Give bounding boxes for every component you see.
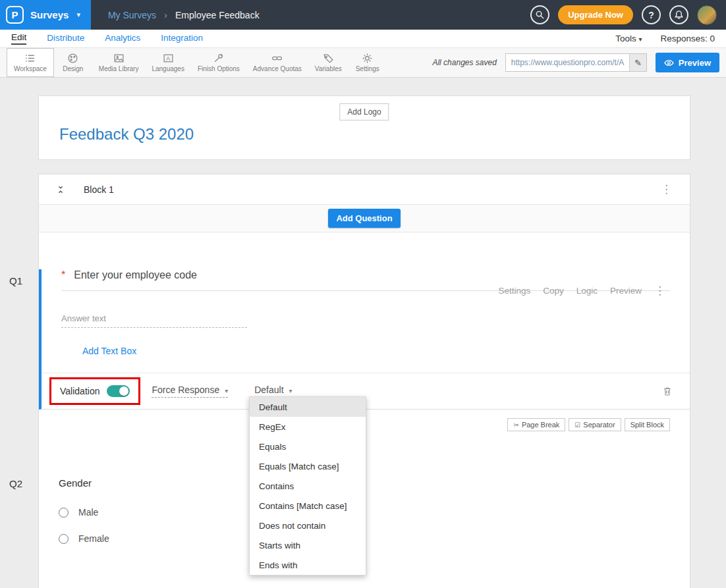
page-break-icon: ✂ (513, 421, 518, 429)
menu-item-does-not-contain[interactable]: Does not contain (250, 516, 366, 535)
radio-button-male[interactable] (59, 508, 69, 518)
question-actions: Settings Copy Logic Preview ⋮ (498, 284, 666, 298)
force-response-dropdown[interactable]: Force Response ▾ (152, 385, 228, 398)
section-tabs: Edit Distribute Analytics Integration To… (0, 30, 726, 48)
annotation-highlight-box: Validation (49, 377, 140, 405)
pencil-icon: ✎ (634, 58, 642, 68)
upgrade-now-button[interactable]: Upgrade Now (558, 5, 633, 24)
question-number-q1: Q1 (9, 275, 22, 286)
add-text-box-link[interactable]: Add Text Box (82, 346, 136, 356)
menu-item-equals-match-case[interactable]: Equals [Match case] (250, 456, 366, 476)
tools-menu[interactable]: Tools ▾ (615, 34, 642, 43)
validation-type-dropdown[interactable]: Default ▾ (254, 385, 292, 398)
block-header: Block 1 ⋮ (39, 174, 690, 205)
block-title[interactable]: Block 1 (84, 184, 114, 195)
validation-type-menu: Default RegEx Equals Equals [Match case]… (249, 396, 366, 575)
toolbar-item-workspace[interactable]: Workspace (7, 48, 54, 77)
toolbar-right: All changes saved ✎ Preview (432, 53, 719, 72)
responses-count[interactable]: Responses: 0 (660, 34, 715, 43)
menu-item-starts-with[interactable]: Starts with (250, 535, 366, 555)
validation-toggle[interactable] (107, 385, 130, 397)
survey-url-input[interactable] (505, 53, 647, 72)
product-switcher[interactable]: P Surveys ▾ (0, 0, 91, 30)
radio-button-female[interactable] (59, 534, 69, 544)
menu-item-contains-match-case[interactable]: Contains [Match case] (250, 496, 366, 516)
question-number-q2: Q2 (9, 478, 22, 489)
add-logo-button[interactable]: Add Logo (339, 103, 389, 120)
option-label-female[interactable]: Female (78, 533, 109, 544)
link-icon (271, 53, 283, 64)
split-block-button[interactable]: Split Block (625, 418, 670, 431)
answer-text-field[interactable]: Answer text (61, 313, 247, 328)
menu-item-regex[interactable]: RegEx (250, 417, 366, 437)
tab-analytics[interactable]: Analytics (105, 33, 140, 44)
wrench-icon (213, 53, 224, 64)
questionpro-survey-editor: P Surveys ▾ My Surveys › Employee Feedba… (0, 0, 726, 588)
breadcrumb: My Surveys › Employee Feedback (108, 9, 260, 20)
delete-question-icon[interactable] (662, 386, 673, 397)
survey-header-card: Add Logo Feedback Q3 2020 (38, 95, 690, 160)
required-asterisk-icon: * (61, 269, 65, 281)
toolbar-item-finish-options[interactable]: Finish Options (191, 48, 246, 77)
chevron-down-icon: ▾ (638, 36, 642, 43)
breadcrumb-my-surveys[interactable]: My Surveys (108, 10, 156, 20)
search-button[interactable] (530, 5, 549, 24)
top-bar: P Surveys ▾ My Surveys › Employee Feedba… (0, 0, 726, 30)
menu-item-contains[interactable]: Contains (250, 476, 366, 496)
separator-button[interactable]: ☑Separator (569, 418, 621, 431)
add-question-button[interactable]: Add Question (328, 209, 400, 228)
svg-text:A: A (166, 55, 170, 62)
questionpro-logo: P (6, 6, 24, 24)
tab-distribute[interactable]: Distribute (47, 33, 84, 44)
toolbar-item-advance-quotas[interactable]: Advance Quotas (246, 48, 308, 77)
bell-icon (674, 10, 684, 20)
question-copy-link[interactable]: Copy (543, 286, 564, 296)
question-logic-link[interactable]: Logic (576, 286, 598, 296)
option-label-male[interactable]: Male (78, 507, 98, 518)
help-button[interactable]: ? (642, 5, 661, 24)
tab-edit[interactable]: Edit (11, 32, 26, 45)
question-mark-icon: ? (648, 10, 654, 20)
block-menu-dots-icon[interactable]: ⋮ (661, 182, 673, 196)
gear-icon (362, 53, 373, 64)
collapse-block-icon[interactable] (56, 185, 65, 194)
survey-title[interactable]: Feedback Q3 2020 (59, 125, 690, 144)
separator-icon: ☑ (574, 421, 580, 429)
menu-item-default[interactable]: Default (250, 397, 366, 417)
question-settings-link[interactable]: Settings (498, 286, 530, 296)
palette-icon (67, 53, 78, 64)
breadcrumb-current-survey: Employee Feedback (175, 10, 260, 20)
preview-button[interactable]: Preview (656, 53, 719, 72)
menu-item-ends-with[interactable]: Ends with (250, 555, 366, 575)
editor-toolbar: Workspace Design Media Library A Languag… (0, 48, 726, 78)
notifications-button[interactable] (669, 5, 688, 24)
question-menu-dots-icon[interactable]: ⋮ (654, 284, 666, 298)
chevron-down-icon: ▾ (225, 387, 228, 394)
toolbar-item-media-library[interactable]: Media Library (92, 48, 146, 77)
eye-icon (664, 59, 674, 67)
chevron-right-icon: › (164, 9, 167, 20)
toolbar-item-variables[interactable]: Variables (308, 48, 349, 77)
nav-right: Tools ▾ Responses: 0 (615, 34, 715, 43)
workspace-list-icon (24, 53, 36, 64)
save-status-text: All changes saved (432, 58, 496, 67)
edit-url-button[interactable]: ✎ (629, 54, 646, 71)
chevron-down-icon: ▾ (76, 11, 80, 19)
toolbar-item-design[interactable]: Design (54, 48, 92, 77)
question-text: Enter your employee code (74, 269, 197, 281)
toolbar-item-settings[interactable]: Settings (349, 48, 387, 77)
validation-label: Validation (60, 386, 99, 396)
user-avatar[interactable] (697, 5, 717, 25)
add-question-row: Add Question (39, 205, 690, 232)
tab-integration[interactable]: Integration (161, 33, 203, 44)
question-1-editor: Settings Copy Logic Preview ⋮ * Enter yo… (39, 269, 690, 410)
toolbar-item-languages[interactable]: A Languages (145, 48, 191, 77)
search-icon (535, 10, 545, 20)
product-name: Surveys (30, 9, 69, 20)
menu-item-equals[interactable]: Equals (250, 437, 366, 456)
insert-controls: ✂Page Break ☑Separator Split Block (507, 418, 670, 431)
survey-url-field: ✎ (505, 53, 647, 72)
page-break-button[interactable]: ✂Page Break (507, 418, 565, 431)
question-preview-link[interactable]: Preview (610, 286, 642, 296)
top-bar-actions: Upgrade Now ? (530, 5, 726, 25)
